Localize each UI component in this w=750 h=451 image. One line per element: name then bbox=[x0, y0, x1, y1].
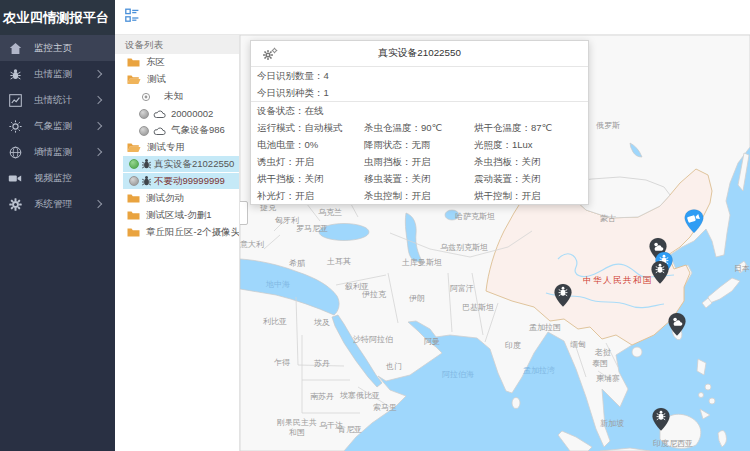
folder-open-icon bbox=[127, 142, 141, 153]
map-label: 土库曼斯坦 bbox=[402, 257, 442, 268]
sidebar-item-label: 监控主页 bbox=[34, 42, 102, 55]
map-label: 老挝 bbox=[595, 347, 611, 358]
map-label: 缅甸 bbox=[570, 339, 586, 350]
tree-device-weather986[interactable]: 气象设备986 bbox=[115, 122, 239, 139]
metric-cell: 杀虫控制：开启 bbox=[358, 187, 468, 204]
map-label: 柬埔寨 bbox=[596, 373, 620, 384]
sidebar-item-soil-monitor[interactable]: 墒情监测 bbox=[0, 139, 115, 165]
metric-cell: 杀虫挡板：关闭 bbox=[468, 153, 588, 170]
map-zoom-control[interactable] bbox=[240, 201, 248, 225]
sidebar-item-system-manage[interactable]: 系统管理 bbox=[0, 191, 115, 217]
chart-icon bbox=[8, 93, 22, 107]
map-label: 巴基斯坦 bbox=[462, 302, 494, 313]
metric-cell: 运行模式：自动模式 bbox=[251, 119, 358, 136]
map-label: 哈萨克斯坦 bbox=[455, 211, 495, 222]
map-label: 土耳其 bbox=[327, 256, 351, 267]
folder-icon bbox=[127, 193, 140, 204]
tree-folder-ceshi-wudong[interactable]: 测试勿动 bbox=[115, 190, 239, 207]
map-label: 匈牙利 bbox=[275, 215, 299, 226]
map-label: 埃塞俄比亚 bbox=[340, 390, 380, 401]
map-label: 索马里 bbox=[373, 402, 397, 413]
tree-device-donot-touch[interactable]: 不要动99999999 bbox=[123, 173, 239, 190]
device-status-row: 设备状态：在线 bbox=[251, 102, 588, 119]
bug-icon bbox=[141, 158, 152, 170]
camera-marker[interactable] bbox=[684, 209, 705, 238]
sidebar-item-weather-monitor[interactable]: 气象监测 bbox=[0, 113, 115, 139]
metric-cell: 烘干仓温度：87℃ bbox=[468, 119, 588, 136]
tree-label: 未知 bbox=[164, 90, 183, 103]
tree-folder-dongqu[interactable]: 东区 bbox=[115, 54, 239, 71]
cloud-icon bbox=[153, 126, 166, 136]
tree-folder-zhangqiu[interactable]: 章丘阳丘区-2个摄像头 bbox=[115, 224, 239, 241]
map-label: 希腊 bbox=[289, 258, 305, 269]
bug-icon bbox=[8, 67, 22, 81]
map-label: 阿富汗 bbox=[450, 283, 474, 294]
sidebar-item-insect-monitor[interactable]: 虫情监测 bbox=[0, 61, 115, 87]
sidebar-item-video-monitor[interactable]: 视频监控 bbox=[0, 165, 115, 191]
map-label: 意大利 bbox=[240, 239, 264, 250]
sidebar: 农业四情测报平台 监控主页 虫情监测 虫情统计 气象监测 墒情监测 视频监控 系… bbox=[0, 0, 115, 451]
globe-icon bbox=[8, 145, 22, 159]
tree-label: 测试区域-勿删1 bbox=[146, 209, 211, 222]
status-dot-offline bbox=[139, 126, 149, 136]
map-label: 日本 bbox=[734, 263, 750, 274]
home-icon bbox=[8, 41, 22, 55]
tree-label: 真实设备21022550 bbox=[154, 158, 234, 171]
map-label: 新加坡 bbox=[600, 418, 624, 429]
sensor-icon bbox=[141, 92, 151, 102]
metric-cell: 电池电量：0% bbox=[251, 136, 358, 153]
map-label: 伊拉克 bbox=[362, 289, 386, 300]
tree-folder-ceshi[interactable]: 测试 bbox=[115, 71, 239, 88]
sidebar-item-insect-stats[interactable]: 虫情统计 bbox=[0, 87, 115, 113]
folder-icon bbox=[127, 227, 140, 238]
gear-icon bbox=[8, 197, 22, 211]
map-label: 孟加拉国 bbox=[529, 322, 561, 333]
chevron-right-icon bbox=[94, 148, 102, 156]
metric-cell: 补光灯：开启 bbox=[251, 187, 358, 204]
pin-weather[interactable] bbox=[668, 313, 687, 341]
tree-device-unknown[interactable]: 未知 bbox=[115, 88, 239, 105]
device-list-panel: 设备列表 东区 测试 未知 20000002 气象设备986 测试专用 bbox=[115, 35, 240, 451]
device-detail-popup: 真实设备21022550 今日识别数量：4 今日识别种类：1 设备状态：在线 运… bbox=[250, 40, 589, 205]
map-label: 地中海 bbox=[266, 279, 290, 290]
recognized-count-row: 今日识别数量：4 bbox=[251, 67, 588, 84]
tree-device-real21022550[interactable]: 真实设备21022550 bbox=[123, 156, 239, 173]
sun-icon bbox=[8, 119, 22, 133]
metric-cell: 诱虫灯：开启 bbox=[251, 153, 358, 170]
sidebar-item-label: 气象监测 bbox=[34, 120, 95, 133]
map-label: 苏丹 bbox=[314, 358, 330, 369]
settings-gears-icon[interactable] bbox=[262, 47, 278, 65]
sidebar-item-label: 视频监控 bbox=[34, 172, 102, 185]
status-dot-online bbox=[129, 159, 139, 169]
map-label: 俄罗斯 bbox=[596, 120, 620, 131]
map-label: 孟加拉湾 bbox=[523, 365, 555, 376]
map-label: 伊朗 bbox=[409, 293, 425, 304]
metric-cell: 虫雨挡板：开启 bbox=[358, 153, 468, 170]
tree-label: 测试勿动 bbox=[146, 192, 184, 205]
map-label: 印度尼西亚 bbox=[653, 438, 693, 449]
tree-toggle-icon[interactable] bbox=[125, 8, 139, 27]
tree-label: 测试 bbox=[147, 73, 166, 86]
pin-bug[interactable] bbox=[554, 284, 573, 312]
pin-bug[interactable] bbox=[652, 408, 671, 436]
tree-folder-ceshi-zhuanyong[interactable]: 测试专用 bbox=[115, 139, 239, 156]
map-label: 也门 bbox=[386, 361, 402, 372]
map-label: 乍得 bbox=[274, 357, 290, 368]
tree-label: 章丘阳丘区-2个摄像头 bbox=[146, 226, 240, 239]
sidebar-item-monitor-home[interactable]: 监控主页 bbox=[0, 35, 115, 61]
map-label: 南苏丹 bbox=[310, 391, 334, 402]
status-dot-offline bbox=[129, 176, 139, 186]
sidebar-item-label: 虫情监测 bbox=[34, 68, 95, 81]
bug-icon bbox=[141, 175, 152, 187]
tree-device-20000002[interactable]: 20000002 bbox=[115, 105, 239, 122]
map-label: 沙特阿拉伯 bbox=[353, 334, 393, 345]
metric-cell: 降雨状态：无雨 bbox=[358, 136, 468, 153]
metric-cell: 光照度：1Lux bbox=[468, 136, 588, 153]
pin-bug[interactable] bbox=[651, 261, 670, 289]
tree-label: 测试专用 bbox=[147, 141, 185, 154]
map-label: 蒙古 bbox=[600, 213, 616, 224]
map-label: 乌克兰 bbox=[318, 207, 342, 218]
folder-icon bbox=[127, 210, 140, 221]
folder-icon bbox=[127, 57, 140, 68]
tree-folder-ceshi-quyu[interactable]: 测试区域-勿删1 bbox=[115, 207, 239, 224]
